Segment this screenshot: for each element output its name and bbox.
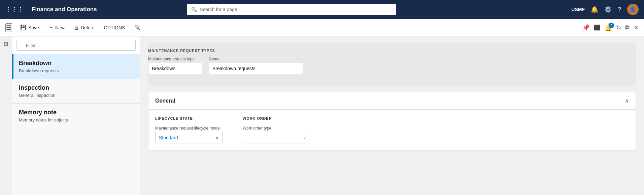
options-label: OPTIONS [104,25,125,30]
type-input[interactable] [148,63,202,74]
delete-label: Delete [81,25,94,30]
list-item-subtitle: General inspaction [19,93,134,98]
list-item-subtitle: Breakdown requests [19,68,134,73]
general-section-header[interactable]: General ∧ [148,92,636,110]
general-section: General ∧ LIFECYCLE STATE Maintenance re… [148,92,636,150]
list-item-title: Memory note [19,109,134,116]
list-items-container: Breakdown Breakdown requests Inspection … [12,54,140,128]
filter-input[interactable] [16,40,136,51]
close-button[interactable]: ✕ [634,24,639,31]
work-order-type-label: Work order type [243,126,310,131]
lifecycle-model-value: Standard [159,135,178,140]
refresh-button[interactable]: ↻ [616,24,621,31]
lifecycle-dropdown-chevron: ∨ [215,135,219,140]
filter-input-wrapper: 🔍 [16,40,136,51]
general-section-title: General [155,98,175,104]
detail-panel: MAINTENANCE REQUEST TYPES Maintenance re… [140,36,644,195]
app-title: Finance and Operations [32,6,97,13]
company-code: USMF [571,7,585,12]
type-label: Maintenance request type [148,57,202,61]
top-fields-area: MAINTENANCE REQUEST TYPES Maintenance re… [148,43,636,86]
toolbar-search-icon: 🔍 [134,25,141,31]
office-button[interactable]: ⬛ [594,24,601,31]
new-button[interactable]: ＋ New [44,22,69,33]
new-label: New [55,25,65,30]
options-button[interactable]: OPTIONS [100,23,129,32]
list-panel: 🔍 Breakdown Breakdown requests Inspectio… [12,36,140,195]
name-input[interactable] [209,63,303,74]
work-order-type-dropdown[interactable]: ∨ [243,132,310,143]
work-order-type-field-group: Work order type ∨ [243,126,310,143]
work-order-dropdown-chevron: ∨ [303,135,306,140]
list-item-memory-note[interactable]: Memory note Memory notes for objects [12,104,140,128]
pin-button[interactable]: 📌 [582,24,590,31]
notification-bell-button[interactable]: 🔔 0 [605,24,612,31]
two-col-layout: LIFECYCLE STATE Maintenance request life… [155,116,629,143]
collapse-icon: ∧ [625,98,629,104]
main-content: ⊟ 🔍 Breakdown Breakdown requests Inspect… [0,36,644,195]
settings-button[interactable]: ⚙️ [604,6,612,13]
fields-row: Maintenance request type Name [148,57,636,74]
app-grid-icon[interactable]: ⋮⋮⋮ [5,6,24,13]
lifecycle-model-field-group: Maintenance request lifecycle model Stan… [155,126,223,143]
top-right-icons: USMF 🔔 ⚙️ ? 👤 [571,4,639,15]
toolbar-right-icons: 📌 ⬛ 🔔 0 ↻ ⧉ ✕ [582,24,639,31]
help-button[interactable]: ? [618,6,621,13]
name-label: Name [209,57,303,61]
notification-badge: 0 [609,23,614,28]
search-input[interactable] [200,7,392,12]
lifecycle-model-dropdown[interactable]: Standard ∨ [155,132,223,143]
lifecycle-state-column: LIFECYCLE STATE Maintenance request life… [155,116,223,143]
new-icon: ＋ [48,24,54,31]
save-button[interactable]: 💾 Save [16,23,43,33]
lifecycle-state-label: LIFECYCLE STATE [155,116,223,120]
filter-input-container: 🔍 [12,36,140,54]
search-bar: 🔍 [187,4,396,15]
open-in-new-button[interactable]: ⧉ [625,24,630,31]
avatar[interactable]: 👤 [627,4,639,15]
list-item-breakdown[interactable]: Breakdown Breakdown requests [12,54,140,79]
list-item-title: Breakdown [19,60,134,67]
list-item-subtitle: Memory notes for objects [19,117,134,122]
name-field-group: Name [209,57,303,74]
toolbar-search-button[interactable]: 🔍 [130,23,145,33]
toolbar: ☰ 💾 Save ＋ New 🗑 Delete OPTIONS 🔍 📌 ⬛ 🔔 … [0,19,644,36]
menu-toggle-button[interactable]: ☰ [5,23,12,32]
delete-button[interactable]: 🗑 Delete [70,23,98,32]
save-icon: 💾 [20,25,27,31]
top-navigation: ⋮⋮⋮ Finance and Operations 🔍 USMF 🔔 ⚙️ ?… [0,0,644,19]
filter-icon[interactable]: ⊟ [4,40,8,47]
section-label: MAINTENANCE REQUEST TYPES [148,49,636,53]
lifecycle-model-label: Maintenance request lifecycle model [155,126,223,131]
work-order-column: WORK ORDER Work order type ∨ [243,116,310,143]
list-item-inspection[interactable]: Inspection General inspaction [12,79,140,104]
list-item-title: Inspection [19,84,134,91]
search-icon: 🔍 [191,7,197,12]
general-body: LIFECYCLE STATE Maintenance request life… [148,110,636,150]
notifications-button[interactable]: 🔔 [591,6,598,13]
delete-icon: 🗑 [74,25,79,30]
filter-panel: ⊟ [0,36,12,195]
work-order-label: WORK ORDER [243,116,310,120]
type-field-group: Maintenance request type [148,57,202,74]
save-label: Save [28,25,39,30]
